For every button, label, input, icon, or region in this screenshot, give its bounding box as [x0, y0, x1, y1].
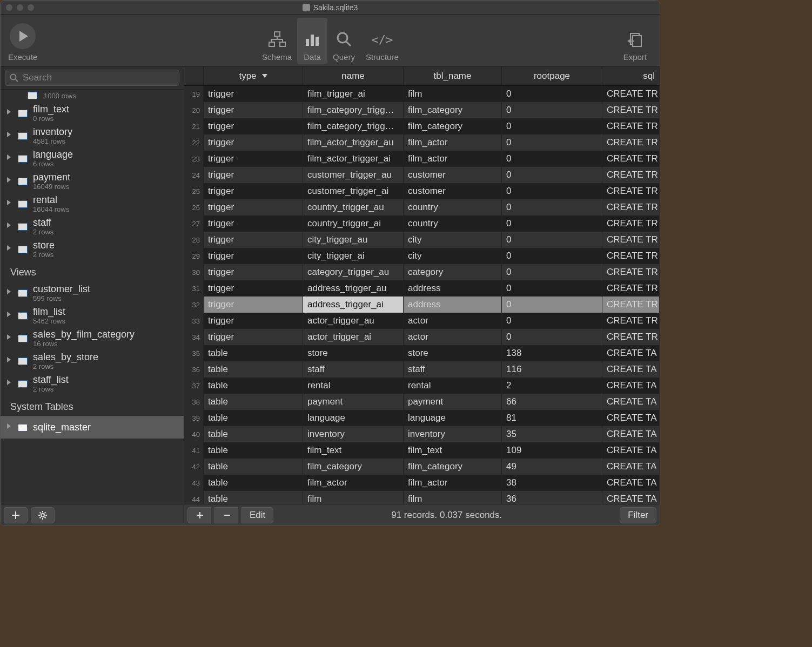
- close-window-button[interactable]: [6, 4, 12, 11]
- cell-type[interactable]: table: [204, 426, 303, 442]
- cell-type[interactable]: trigger: [204, 264, 303, 280]
- cell-tblname[interactable]: inventory: [404, 426, 502, 442]
- cell-type[interactable]: trigger: [204, 296, 303, 313]
- sidebar-item-customer-list[interactable]: customer_list 599 rows: [1, 281, 184, 304]
- cell-sql[interactable]: CREATE TR: [602, 264, 660, 280]
- cell-tblname[interactable]: city: [404, 248, 502, 264]
- cell-sql[interactable]: CREATE TR: [602, 199, 660, 215]
- cell-sql[interactable]: CREATE TA: [602, 394, 660, 410]
- cell-type[interactable]: table: [204, 491, 303, 504]
- cell-name[interactable]: film_text: [303, 442, 404, 459]
- cell-sql[interactable]: CREATE TR: [602, 167, 660, 183]
- cell-tblname[interactable]: film_actor: [404, 134, 502, 151]
- cell-name[interactable]: customer_trigger_au: [303, 167, 404, 183]
- cell-type[interactable]: table: [204, 475, 303, 491]
- cell-rootpage[interactable]: 0: [502, 183, 602, 199]
- table-row[interactable]: 23 trigger film_actor_trigger_ai film_ac…: [184, 151, 660, 167]
- settings-button[interactable]: [31, 507, 55, 523]
- cell-rootpage[interactable]: 0: [502, 329, 602, 345]
- cell-type[interactable]: table: [204, 394, 303, 410]
- table-row[interactable]: 21 trigger film_category_trigg… film_cat…: [184, 118, 660, 134]
- export-button[interactable]: Export: [618, 18, 652, 64]
- cell-rootpage[interactable]: 0: [502, 134, 602, 151]
- cell-rootpage[interactable]: 0: [502, 313, 602, 329]
- cell-sql[interactable]: CREATE TA: [602, 459, 660, 475]
- cell-sql[interactable]: CREATE TR: [602, 183, 660, 199]
- cell-tblname[interactable]: country: [404, 199, 502, 215]
- cell-tblname[interactable]: country: [404, 215, 502, 232]
- tab-structure[interactable]: </> Structure: [360, 18, 404, 64]
- cell-rootpage[interactable]: 35: [502, 426, 602, 442]
- cell-name[interactable]: category_trigger_au: [303, 264, 404, 280]
- tab-data[interactable]: Data: [297, 18, 327, 64]
- cell-name[interactable]: film_actor: [303, 475, 404, 491]
- cell-tblname[interactable]: payment: [404, 394, 502, 410]
- sidebar-item-staff-list[interactable]: staff_list 2 rows: [1, 372, 184, 395]
- remove-row-button[interactable]: [214, 507, 238, 523]
- cell-type[interactable]: trigger: [204, 151, 303, 167]
- cell-type[interactable]: trigger: [204, 199, 303, 215]
- cell-type[interactable]: trigger: [204, 167, 303, 183]
- table-row[interactable]: 36 table staff staff 116 CREATE TA: [184, 361, 660, 378]
- cell-rootpage[interactable]: 0: [502, 151, 602, 167]
- sidebar-item-language[interactable]: language 6 rows: [1, 147, 184, 170]
- cell-rootpage[interactable]: 49: [502, 459, 602, 475]
- zoom-window-button[interactable]: [28, 4, 34, 11]
- cell-rootpage[interactable]: 66: [502, 394, 602, 410]
- cell-type[interactable]: trigger: [204, 280, 303, 296]
- table-row[interactable]: 38 table payment payment 66 CREATE TA: [184, 394, 660, 410]
- add-row-button[interactable]: [187, 507, 211, 523]
- table-row[interactable]: 20 trigger film_category_trigg… film_cat…: [184, 102, 660, 118]
- cell-rootpage[interactable]: 0: [502, 215, 602, 232]
- cell-tblname[interactable]: city: [404, 232, 502, 248]
- cell-tblname[interactable]: staff: [404, 361, 502, 378]
- cell-sql[interactable]: CREATE TR: [602, 280, 660, 296]
- cell-name[interactable]: film_actor_trigger_ai: [303, 151, 404, 167]
- cell-name[interactable]: actor_trigger_au: [303, 313, 404, 329]
- cell-sql[interactable]: CREATE TR: [602, 86, 660, 102]
- cell-type[interactable]: trigger: [204, 215, 303, 232]
- cell-tblname[interactable]: film_actor: [404, 151, 502, 167]
- sidebar-item-sales-by-film-category[interactable]: sales_by_film_category 16 rows: [1, 327, 184, 349]
- cell-name[interactable]: film_trigger_ai: [303, 86, 404, 102]
- table-row[interactable]: 31 trigger address_trigger_au address 0 …: [184, 280, 660, 296]
- cell-sql[interactable]: CREATE TR: [602, 313, 660, 329]
- cell-sql[interactable]: CREATE TR: [602, 102, 660, 118]
- tab-schema[interactable]: Schema: [257, 18, 297, 64]
- sidebar-tree[interactable]: 1000 rows film_text 0 rows inventory 458…: [1, 90, 184, 504]
- cell-type[interactable]: table: [204, 345, 303, 361]
- cell-tblname[interactable]: customer: [404, 183, 502, 199]
- cell-sql[interactable]: CREATE TR: [602, 134, 660, 151]
- cell-sql[interactable]: CREATE TA: [602, 361, 660, 378]
- cell-tblname[interactable]: film: [404, 86, 502, 102]
- cell-type[interactable]: table: [204, 459, 303, 475]
- cell-sql[interactable]: CREATE TA: [602, 345, 660, 361]
- cell-tblname[interactable]: category: [404, 264, 502, 280]
- cell-rootpage[interactable]: 0: [502, 280, 602, 296]
- cell-name[interactable]: country_trigger_ai: [303, 215, 404, 232]
- cell-type[interactable]: trigger: [204, 118, 303, 134]
- cell-tblname[interactable]: actor: [404, 329, 502, 345]
- cell-rootpage[interactable]: 36: [502, 491, 602, 504]
- cell-name[interactable]: actor_trigger_ai: [303, 329, 404, 345]
- sidebar-item-rental[interactable]: rental 16044 rows: [1, 192, 184, 215]
- table-row[interactable]: 24 trigger customer_trigger_au customer …: [184, 167, 660, 183]
- cell-name[interactable]: rental: [303, 378, 404, 394]
- cell-rootpage[interactable]: 81: [502, 410, 602, 426]
- table-row[interactable]: 29 trigger city_trigger_ai city 0 CREATE…: [184, 248, 660, 264]
- cell-name[interactable]: film_category_trigg…: [303, 102, 404, 118]
- table-row[interactable]: 27 trigger country_trigger_ai country 0 …: [184, 215, 660, 232]
- cell-type[interactable]: trigger: [204, 313, 303, 329]
- sidebar-item-partial[interactable]: 1000 rows: [1, 92, 184, 102]
- tab-query[interactable]: Query: [327, 18, 360, 64]
- cell-sql[interactable]: CREATE TR: [602, 248, 660, 264]
- execute-button[interactable]: Execute: [8, 18, 43, 64]
- cell-name[interactable]: inventory: [303, 426, 404, 442]
- cell-rootpage[interactable]: 109: [502, 442, 602, 459]
- sidebar-item-film-text[interactable]: film_text 0 rows: [1, 102, 184, 124]
- cell-name[interactable]: film: [303, 491, 404, 504]
- cell-sql[interactable]: CREATE TR: [602, 151, 660, 167]
- cell-rootpage[interactable]: 0: [502, 248, 602, 264]
- column-header-tblname[interactable]: tbl_name: [404, 66, 502, 85]
- cell-tblname[interactable]: customer: [404, 167, 502, 183]
